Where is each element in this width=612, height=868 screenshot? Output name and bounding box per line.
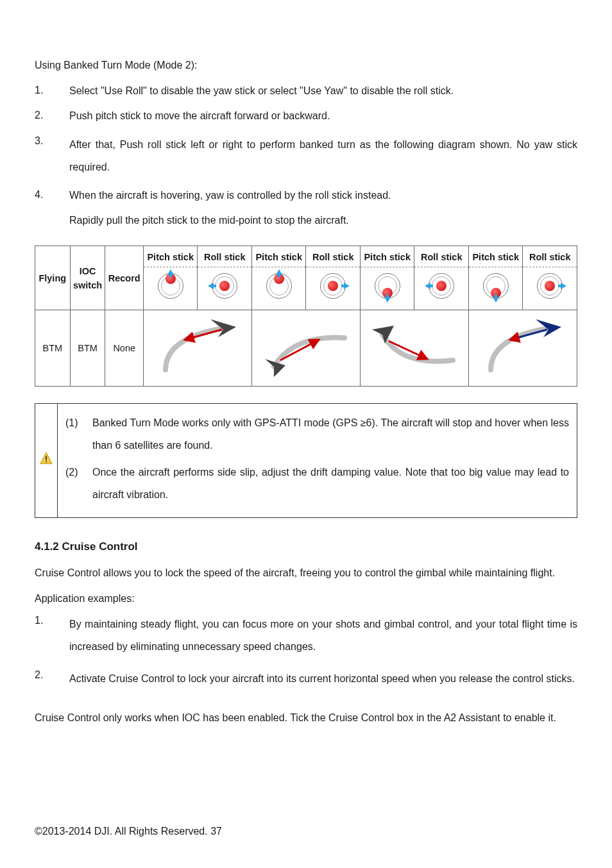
- banked-turn-icon: [146, 315, 249, 377]
- examples-heading: Application examples:: [35, 591, 577, 607]
- stick-icon: [155, 271, 186, 301]
- result-diagram: [360, 310, 468, 387]
- stick-icon: [426, 271, 457, 301]
- examples-list: 1. By maintaining steady flight, you can…: [35, 613, 577, 690]
- example-2: 2. Activate Cruise Control to lock your …: [35, 667, 577, 690]
- page-footer: ©2013-2014 DJI. All Rights Reserved. 37: [35, 824, 222, 840]
- stick-cell: [468, 267, 523, 310]
- step-2: 2. Push pitch stick to move the aircraft…: [35, 108, 577, 124]
- example-1: 1. By maintaining steady flight, you can…: [35, 613, 577, 658]
- svg-rect-5: [46, 456, 47, 460]
- stick-icon: [372, 271, 403, 301]
- hdr-roll: Roll stick: [414, 246, 469, 267]
- stick-icon: [534, 271, 565, 301]
- step-trailing: Rapidly pull the pitch stick to the mid-…: [69, 213, 577, 229]
- warning-icon-cell: [35, 404, 58, 518]
- intro-line: Using Banked Turn Mode (Mode 2):: [35, 58, 577, 74]
- warning-item: (1) Banked Turn Mode works only with GPS…: [65, 412, 569, 456]
- svg-rect-6: [46, 461, 47, 462]
- hdr-pitch: Pitch stick: [143, 246, 198, 267]
- banked-turn-icon: [363, 315, 466, 377]
- stick-cell: [306, 267, 361, 310]
- cruise-intro: Cruise Control allows you to lock the sp…: [35, 562, 577, 584]
- warning-box: (1) Banked Turn Mode works only with GPS…: [35, 403, 577, 518]
- hdr-pitch: Pitch stick: [468, 246, 523, 267]
- stick-table: Flying IOC switch Record Pitch stick Rol…: [35, 246, 577, 387]
- step-number: 3.: [35, 133, 69, 178]
- example-text: Activate Cruise Control to lock your air…: [69, 667, 577, 690]
- btm-steps: 1. Select "Use Roll" to disable the yaw …: [35, 83, 577, 229]
- warning-text: Banked Turn Mode works only with GPS-ATT…: [92, 412, 569, 456]
- cell-flying: Flying: [35, 246, 71, 310]
- warning-icon: [39, 451, 53, 465]
- warning-number: (2): [65, 461, 92, 506]
- result-diagram: [143, 310, 251, 387]
- step-3: 3. After that, Push roll stick left or r…: [35, 133, 577, 178]
- step-text: Select "Use Roll" to disable the yaw sti…: [69, 83, 577, 99]
- warning-number: (1): [65, 412, 92, 456]
- step-4: 4. When the aircraft is hovering, yaw is…: [35, 187, 577, 204]
- result-diagram: [468, 310, 577, 387]
- stick-cell: [360, 267, 414, 310]
- hdr-roll: Roll stick: [198, 246, 252, 267]
- stick-icon: [480, 271, 511, 301]
- warning-item: (2) Once the aircraft performs side slip…: [65, 461, 569, 506]
- example-number: 1.: [35, 613, 69, 658]
- stick-icon: [318, 271, 348, 301]
- warning-text: Once the aircraft performs side slip, ad…: [92, 461, 569, 506]
- cell-none: None: [105, 310, 143, 387]
- result-diagram: [251, 310, 360, 387]
- hdr-pitch: Pitch stick: [251, 246, 306, 267]
- hdr-roll: Roll stick: [523, 246, 577, 267]
- stick-cell: [414, 267, 469, 310]
- step-number: 2.: [35, 108, 69, 124]
- hdr-pitch: Pitch stick: [360, 246, 414, 267]
- stick-cell: [251, 267, 306, 310]
- banked-turn-icon: [472, 315, 574, 377]
- stick-cell: [198, 267, 252, 310]
- step-number: 4.: [35, 187, 69, 204]
- stick-cell: [143, 267, 198, 310]
- step-text: When the aircraft is hovering, yaw is co…: [69, 187, 577, 204]
- stick-cell: [523, 267, 577, 310]
- step-text: After that, Push roll stick left or righ…: [69, 133, 577, 178]
- stick-icon: [264, 271, 294, 301]
- cell-record: Record: [105, 246, 143, 310]
- cell-btm-ioc: BTM: [70, 310, 105, 387]
- stick-icon: [209, 271, 240, 301]
- banked-turn-icon: [255, 315, 357, 377]
- step-text: Push pitch stick to move the aircraft fo…: [69, 108, 577, 124]
- cruise-note: Cruise Control only works when IOC has b…: [35, 706, 577, 729]
- cell-btm: BTM: [35, 310, 71, 387]
- warning-text-cell: (1) Banked Turn Mode works only with GPS…: [58, 404, 577, 518]
- section-heading: 4.1.2 Cruise Control: [35, 538, 577, 555]
- step-1: 1. Select "Use Roll" to disable the yaw …: [35, 83, 577, 99]
- cell-ioc: IOC switch: [70, 246, 105, 310]
- step-number: 1.: [35, 83, 69, 99]
- example-text: By maintaining steady flight, you can fo…: [69, 613, 577, 658]
- example-number: 2.: [35, 667, 69, 690]
- hdr-roll: Roll stick: [306, 246, 361, 267]
